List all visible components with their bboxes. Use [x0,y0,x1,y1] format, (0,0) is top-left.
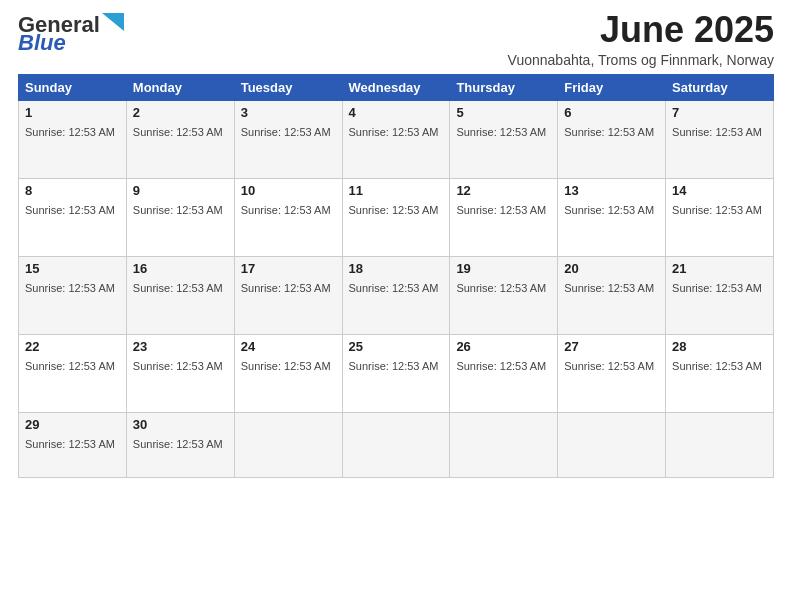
sunrise-time: Sunrise: 12:53 AM [564,204,654,216]
table-row: 30Sunrise: 12:53 AM [126,412,234,477]
table-row [342,412,450,477]
table-row: 16Sunrise: 12:53 AM [126,256,234,334]
col-tuesday: Tuesday [234,74,342,100]
sunrise-time: Sunrise: 12:53 AM [25,282,115,294]
day-number: 20 [564,261,659,276]
month-title: June 2025 [508,10,774,50]
day-number: 5 [456,105,551,120]
calendar-week-row: 29Sunrise: 12:53 AM30Sunrise: 12:53 AM [19,412,774,477]
day-number: 7 [672,105,767,120]
calendar-week-row: 22Sunrise: 12:53 AM23Sunrise: 12:53 AM24… [19,334,774,412]
day-number: 26 [456,339,551,354]
table-row: 7Sunrise: 12:53 AM [666,100,774,178]
sunrise-time: Sunrise: 12:53 AM [241,360,331,372]
sunrise-time: Sunrise: 12:53 AM [672,282,762,294]
day-number: 21 [672,261,767,276]
col-monday: Monday [126,74,234,100]
sunrise-time: Sunrise: 12:53 AM [133,126,223,138]
day-number: 12 [456,183,551,198]
logo-arrow-icon [102,13,124,31]
sunrise-time: Sunrise: 12:53 AM [241,126,331,138]
table-row: 12Sunrise: 12:53 AM [450,178,558,256]
table-row: 27Sunrise: 12:53 AM [558,334,666,412]
header: General Blue June 2025 Vuonnabahta, Trom… [18,10,774,68]
day-number: 16 [133,261,228,276]
table-row: 5Sunrise: 12:53 AM [450,100,558,178]
sunrise-time: Sunrise: 12:53 AM [133,438,223,450]
table-row: 3Sunrise: 12:53 AM [234,100,342,178]
sunrise-time: Sunrise: 12:53 AM [241,282,331,294]
calendar-week-row: 8Sunrise: 12:53 AM9Sunrise: 12:53 AM10Su… [19,178,774,256]
table-row: 6Sunrise: 12:53 AM [558,100,666,178]
table-row [666,412,774,477]
sunrise-time: Sunrise: 12:53 AM [456,360,546,372]
col-sunday: Sunday [19,74,127,100]
day-number: 4 [349,105,444,120]
col-friday: Friday [558,74,666,100]
table-row: 1Sunrise: 12:53 AM [19,100,127,178]
day-number: 8 [25,183,120,198]
sunrise-time: Sunrise: 12:53 AM [564,360,654,372]
table-row [558,412,666,477]
sunrise-time: Sunrise: 12:53 AM [25,438,115,450]
day-number: 19 [456,261,551,276]
sunrise-time: Sunrise: 12:53 AM [456,126,546,138]
day-number: 1 [25,105,120,120]
day-number: 3 [241,105,336,120]
sunrise-time: Sunrise: 12:53 AM [349,282,439,294]
sunrise-time: Sunrise: 12:53 AM [349,126,439,138]
sunrise-time: Sunrise: 12:53 AM [672,204,762,216]
table-row [450,412,558,477]
svg-marker-0 [102,13,124,31]
table-row [234,412,342,477]
day-number: 25 [349,339,444,354]
col-saturday: Saturday [666,74,774,100]
sunrise-time: Sunrise: 12:53 AM [241,204,331,216]
day-number: 23 [133,339,228,354]
table-row: 11Sunrise: 12:53 AM [342,178,450,256]
sunrise-time: Sunrise: 12:53 AM [25,126,115,138]
sunrise-time: Sunrise: 12:53 AM [349,204,439,216]
calendar-header-row: Sunday Monday Tuesday Wednesday Thursday… [19,74,774,100]
table-row: 13Sunrise: 12:53 AM [558,178,666,256]
day-number: 24 [241,339,336,354]
day-number: 14 [672,183,767,198]
logo-blue-text: Blue [18,32,66,54]
table-row: 24Sunrise: 12:53 AM [234,334,342,412]
day-number: 9 [133,183,228,198]
logo: General Blue [18,14,124,54]
day-number: 17 [241,261,336,276]
table-row: 14Sunrise: 12:53 AM [666,178,774,256]
day-number: 18 [349,261,444,276]
sunrise-time: Sunrise: 12:53 AM [25,204,115,216]
sunrise-time: Sunrise: 12:53 AM [456,282,546,294]
sunrise-time: Sunrise: 12:53 AM [349,360,439,372]
calendar-table: Sunday Monday Tuesday Wednesday Thursday… [18,74,774,478]
day-number: 28 [672,339,767,354]
calendar-week-row: 1Sunrise: 12:53 AM2Sunrise: 12:53 AM3Sun… [19,100,774,178]
sunrise-time: Sunrise: 12:53 AM [672,360,762,372]
location-subtitle: Vuonnabahta, Troms og Finnmark, Norway [508,52,774,68]
day-number: 29 [25,417,120,432]
sunrise-time: Sunrise: 12:53 AM [564,126,654,138]
table-row: 15Sunrise: 12:53 AM [19,256,127,334]
day-number: 22 [25,339,120,354]
table-row: 25Sunrise: 12:53 AM [342,334,450,412]
calendar-week-row: 15Sunrise: 12:53 AM16Sunrise: 12:53 AM17… [19,256,774,334]
table-row: 21Sunrise: 12:53 AM [666,256,774,334]
table-row: 18Sunrise: 12:53 AM [342,256,450,334]
col-wednesday: Wednesday [342,74,450,100]
sunrise-time: Sunrise: 12:53 AM [456,204,546,216]
day-number: 30 [133,417,228,432]
table-row: 29Sunrise: 12:53 AM [19,412,127,477]
sunrise-time: Sunrise: 12:53 AM [133,282,223,294]
table-row: 19Sunrise: 12:53 AM [450,256,558,334]
sunrise-time: Sunrise: 12:53 AM [564,282,654,294]
table-row: 10Sunrise: 12:53 AM [234,178,342,256]
table-row: 22Sunrise: 12:53 AM [19,334,127,412]
sunrise-time: Sunrise: 12:53 AM [133,360,223,372]
table-row: 20Sunrise: 12:53 AM [558,256,666,334]
table-row: 2Sunrise: 12:53 AM [126,100,234,178]
day-number: 2 [133,105,228,120]
day-number: 15 [25,261,120,276]
